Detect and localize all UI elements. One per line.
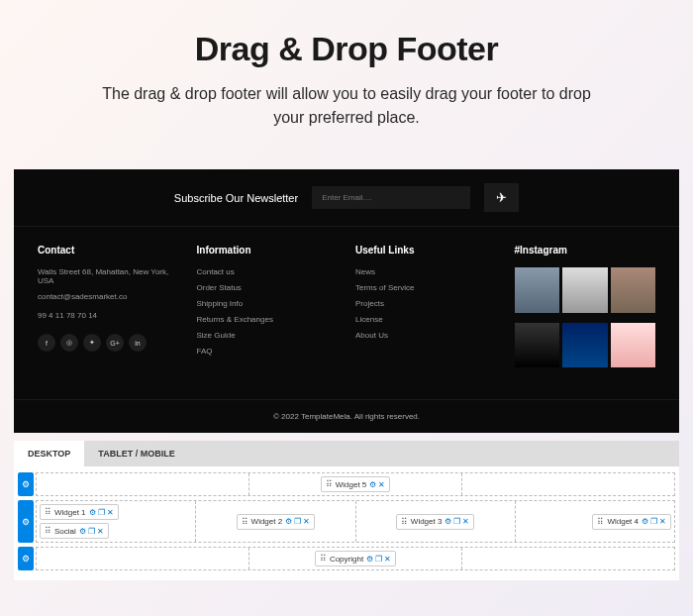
drag-handle-icon: ⠿ bbox=[401, 517, 408, 527]
builder-cell[interactable] bbox=[462, 473, 674, 495]
list-item[interactable]: Projects bbox=[355, 299, 497, 308]
contact-heading: Contact bbox=[38, 245, 179, 256]
row-settings-button[interactable]: ⚙ bbox=[18, 500, 34, 543]
list-item[interactable]: Terms of Service bbox=[355, 283, 497, 292]
information-column: Information Contact us Order Status Ship… bbox=[197, 245, 339, 381]
widget-5[interactable]: ⠿Widget 5⚙✕ bbox=[321, 476, 391, 492]
list-item[interactable]: About Us bbox=[355, 331, 497, 340]
gear-icon: ⚙ bbox=[22, 554, 30, 564]
list-item[interactable]: Returns & Exchanges bbox=[197, 315, 339, 324]
list-item[interactable]: Size Guide bbox=[197, 331, 339, 340]
widget-label: Widget 4 bbox=[607, 517, 639, 526]
close-icon[interactable]: ✕ bbox=[107, 508, 114, 517]
builder-cell[interactable]: ⠿Widget 4⚙❐✕ bbox=[516, 501, 674, 542]
close-icon[interactable]: ✕ bbox=[97, 527, 104, 536]
gear-icon[interactable]: ⚙ bbox=[642, 517, 648, 526]
gear-icon[interactable]: ⚙ bbox=[366, 555, 373, 564]
list-item[interactable]: License bbox=[355, 315, 497, 324]
useful-links-column: Useful Links News Terms of Service Proje… bbox=[355, 245, 497, 381]
gear-icon[interactable]: ⚙ bbox=[369, 480, 376, 489]
contact-address: Walls Street 68, Mahattan, New York, USA bbox=[38, 267, 179, 285]
widget-label: Widget 3 bbox=[411, 517, 443, 526]
widget-social[interactable]: ⠿Social⚙❐✕ bbox=[40, 523, 109, 539]
gear-icon[interactable]: ⚙ bbox=[445, 517, 451, 526]
duplicate-icon[interactable]: ❐ bbox=[98, 508, 105, 517]
copyright-text: © 2022 TemplateMela. All rights reserved… bbox=[14, 399, 679, 433]
footer-builder: DESKTOP TABLET / MOBILE ⚙ ⠿Widget 5⚙✕ ⚙ … bbox=[14, 441, 679, 580]
duplicate-icon[interactable]: ❐ bbox=[294, 517, 301, 526]
page-subtitle: The drag & drop footer will allow you to… bbox=[99, 82, 594, 130]
row-settings-button[interactable]: ⚙ bbox=[18, 472, 34, 496]
duplicate-icon[interactable]: ❐ bbox=[453, 517, 460, 526]
tab-tablet-mobile[interactable]: TABLET / MOBILE bbox=[84, 441, 188, 466]
newsletter-email-input[interactable] bbox=[312, 186, 470, 209]
send-icon: ✈ bbox=[496, 190, 507, 205]
builder-cell[interactable]: ⠿Widget 2⚙❐✕ bbox=[196, 501, 355, 542]
instagram-image[interactable] bbox=[562, 323, 608, 368]
drag-handle-icon: ⠿ bbox=[326, 479, 333, 489]
builder-cell[interactable]: ⠿Widget 3⚙❐✕ bbox=[356, 501, 516, 542]
facebook-icon[interactable]: f bbox=[38, 334, 55, 352]
widget-4[interactable]: ⠿Widget 4⚙❐✕ bbox=[592, 514, 671, 530]
list-item[interactable]: Order Status bbox=[197, 283, 339, 292]
widget-label: Copyright bbox=[330, 555, 363, 564]
widget-label: Widget 1 bbox=[54, 508, 86, 517]
drag-handle-icon: ⠿ bbox=[597, 517, 604, 527]
gear-icon[interactable]: ⚙ bbox=[285, 517, 292, 526]
page-title: Drag & Drop Footer bbox=[50, 30, 644, 68]
instagram-image[interactable] bbox=[515, 323, 560, 368]
footer-preview: Subscribe Our Newsletter ✈ Contact Walls… bbox=[14, 169, 679, 433]
linkedin-icon[interactable]: in bbox=[129, 334, 147, 352]
widget-label: Widget 2 bbox=[251, 517, 283, 526]
instagram-column: #Instagram bbox=[515, 245, 656, 381]
contact-phone: 99 4 11 78 70 14 bbox=[38, 311, 179, 320]
drag-handle-icon: ⠿ bbox=[242, 517, 248, 527]
drag-handle-icon: ⠿ bbox=[45, 526, 51, 536]
list-item[interactable]: Shipping Info bbox=[197, 299, 339, 308]
widget-3[interactable]: ⠿Widget 3⚙❐✕ bbox=[396, 514, 475, 530]
newsletter-title: Subscribe Our Newsletter bbox=[174, 192, 298, 204]
row-settings-button[interactable]: ⚙ bbox=[18, 547, 34, 570]
builder-cell[interactable] bbox=[37, 473, 249, 495]
widget-copyright[interactable]: ⠿Copyright⚙❐✕ bbox=[315, 551, 396, 566]
newsletter-submit-button[interactable]: ✈ bbox=[484, 183, 519, 212]
instagram-image[interactable] bbox=[611, 323, 656, 368]
list-item[interactable]: FAQ bbox=[197, 347, 339, 356]
contact-email: contact@sadesmarket.co bbox=[38, 292, 179, 301]
googleplus-icon[interactable]: G+ bbox=[106, 334, 124, 352]
duplicate-icon[interactable]: ❐ bbox=[88, 527, 95, 536]
drag-handle-icon: ⠿ bbox=[45, 507, 51, 517]
gear-icon: ⚙ bbox=[22, 479, 30, 489]
close-icon[interactable]: ✕ bbox=[659, 517, 666, 526]
instagram-image[interactable] bbox=[562, 267, 608, 313]
duplicate-icon[interactable]: ❐ bbox=[650, 517, 657, 526]
widget-2[interactable]: ⠿Widget 2⚙❐✕ bbox=[237, 514, 316, 530]
close-icon[interactable]: ✕ bbox=[378, 480, 385, 489]
gear-icon[interactable]: ⚙ bbox=[79, 527, 86, 536]
widget-label: Social bbox=[54, 527, 76, 536]
contact-column: Contact Walls Street 68, Mahattan, New Y… bbox=[38, 245, 179, 381]
builder-cell[interactable] bbox=[462, 548, 674, 569]
instagram-image[interactable] bbox=[611, 267, 656, 313]
widget-1[interactable]: ⠿Widget 1⚙❐✕ bbox=[40, 504, 119, 520]
instagram-heading: #Instagram bbox=[515, 245, 656, 256]
tab-desktop[interactable]: DESKTOP bbox=[14, 441, 84, 466]
gear-icon[interactable]: ⚙ bbox=[89, 508, 96, 517]
useful-links-heading: Useful Links bbox=[355, 245, 497, 256]
builder-cell[interactable]: ⠿Widget 1⚙❐✕ ⠿Social⚙❐✕ bbox=[37, 501, 196, 542]
list-item[interactable]: News bbox=[355, 267, 497, 276]
builder-cell[interactable]: ⠿Copyright⚙❐✕ bbox=[249, 548, 462, 569]
instagram-icon[interactable]: ◎ bbox=[60, 334, 78, 352]
drag-handle-icon: ⠿ bbox=[320, 554, 327, 564]
close-icon[interactable]: ✕ bbox=[384, 555, 391, 564]
close-icon[interactable]: ✕ bbox=[303, 517, 310, 526]
builder-cell[interactable]: ⠿Widget 5⚙✕ bbox=[249, 473, 462, 495]
duplicate-icon[interactable]: ❐ bbox=[375, 555, 382, 564]
list-item[interactable]: Contact us bbox=[197, 267, 339, 276]
instagram-image[interactable] bbox=[515, 267, 560, 313]
close-icon[interactable]: ✕ bbox=[462, 517, 469, 526]
information-heading: Information bbox=[197, 245, 339, 256]
builder-cell[interactable] bbox=[37, 548, 249, 569]
widget-label: Widget 5 bbox=[336, 480, 367, 489]
twitter-icon[interactable]: ✦ bbox=[83, 334, 101, 352]
